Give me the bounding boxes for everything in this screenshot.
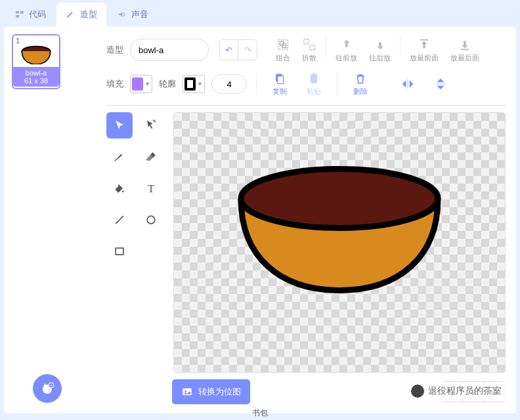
divider xyxy=(106,105,506,106)
eraser-tool[interactable] xyxy=(138,144,164,170)
costume-caption: bowl-a 61 x 38 xyxy=(13,67,59,87)
text-tool[interactable]: T xyxy=(138,175,164,201)
outline-label: 轮廓 xyxy=(159,78,176,90)
svg-rect-12 xyxy=(420,39,429,40)
backpack-label[interactable]: 书包 xyxy=(252,408,268,419)
fill-color-picker[interactable]: ▼ xyxy=(130,75,152,93)
drawing-canvas[interactable] xyxy=(173,112,506,373)
stroke-width-input[interactable] xyxy=(211,74,247,94)
tab-sound[interactable]: 声音 xyxy=(108,3,158,26)
backward-label: 往后放 xyxy=(369,53,391,63)
undo-redo-group: ↶ ↷ xyxy=(219,39,257,60)
undo-button[interactable]: ↶ xyxy=(220,40,238,60)
svg-rect-11 xyxy=(310,45,314,49)
delete-button[interactable]: 删除 xyxy=(347,71,374,98)
separator xyxy=(326,35,326,57)
tab-code-label: 代码 xyxy=(29,9,46,20)
costume-name-label: 造型 xyxy=(106,44,123,56)
svg-text:T: T xyxy=(148,182,154,195)
backward-icon xyxy=(373,37,387,52)
paste-icon xyxy=(307,72,320,85)
outline-color-picker[interactable]: ▼ xyxy=(183,75,205,93)
svg-line-21 xyxy=(116,216,123,224)
outline-color-box xyxy=(184,77,196,91)
costume-number: 1 xyxy=(16,37,20,45)
main-panel: 1 bowl-a 61 x 38 + 造型 ↶ ↷ 组合 拆散 往前放 往后放 xyxy=(4,26,516,413)
separator xyxy=(400,35,401,57)
copy-button[interactable]: 复制 xyxy=(266,71,293,98)
tab-costume-label: 造型 xyxy=(80,9,97,20)
trash-icon xyxy=(354,72,367,85)
front-label: 放最前面 xyxy=(410,53,439,63)
costume-thumbnail xyxy=(20,45,53,64)
tab-costume[interactable]: 造型 xyxy=(56,3,106,26)
forward-label: 往前放 xyxy=(336,53,357,63)
svg-rect-0 xyxy=(16,11,19,14)
svg-point-24 xyxy=(241,169,438,228)
separator xyxy=(256,73,257,95)
line-tool[interactable] xyxy=(106,207,133,233)
costume-name-input[interactable] xyxy=(130,39,209,61)
forward-button[interactable]: 往前放 xyxy=(330,35,362,66)
watermark: 退役程序员的茶室 xyxy=(406,382,507,400)
backward-button[interactable]: 往后放 xyxy=(364,35,396,66)
workspace: T xyxy=(106,112,506,373)
front-button[interactable]: 放最前面 xyxy=(404,35,444,66)
svg-rect-8 xyxy=(280,41,284,45)
wechat-icon xyxy=(411,385,424,398)
ungroup-button[interactable]: 拆散 xyxy=(297,35,322,66)
costume-name: bowl-a xyxy=(13,69,59,77)
front-icon xyxy=(417,37,431,52)
delete-label: 删除 xyxy=(353,87,368,96)
svg-rect-9 xyxy=(282,44,286,48)
convert-label: 转换为位图 xyxy=(198,386,241,398)
svg-text:+: + xyxy=(50,383,53,388)
brush-tool[interactable] xyxy=(106,144,133,170)
back-label: 放最后面 xyxy=(450,53,479,63)
tab-sound-label: 声音 xyxy=(131,9,148,20)
bowl-artwork xyxy=(228,159,451,303)
svg-rect-17 xyxy=(313,73,316,75)
costume-size: 61 x 38 xyxy=(13,77,59,85)
editor-tabs: 代码 造型 声音 xyxy=(0,0,520,26)
convert-to-bitmap-button[interactable]: 转换为位图 xyxy=(172,379,250,404)
svg-rect-13 xyxy=(461,49,469,50)
paste-label: 粘贴 xyxy=(307,87,321,96)
bitmap-icon xyxy=(181,386,193,398)
costume-list-item[interactable]: 1 bowl-a 61 x 38 xyxy=(12,34,60,89)
back-button[interactable]: 放最后面 xyxy=(445,35,485,66)
rectangle-tool[interactable] xyxy=(106,238,133,264)
redo-button[interactable]: ↷ xyxy=(238,40,257,60)
sound-icon xyxy=(117,9,127,20)
fill-label: 填充 xyxy=(106,78,123,90)
forward-icon xyxy=(339,37,354,52)
paste-button[interactable]: 粘贴 xyxy=(300,71,328,98)
costume-sidebar: 1 bowl-a 61 x 38 + xyxy=(4,26,96,413)
select-tool[interactable] xyxy=(106,112,133,138)
svg-rect-15 xyxy=(278,75,284,83)
costume-editor: 造型 ↶ ↷ 组合 拆散 往前放 往后放 放最前面 放最后面 填充 ▼ 轮廓 ▼ xyxy=(96,26,516,413)
copy-label: 复制 xyxy=(272,87,287,96)
chevron-down-icon: ▼ xyxy=(197,81,203,87)
svg-rect-18 xyxy=(407,79,408,89)
drawing-tools: T xyxy=(106,112,164,373)
fill-tool[interactable] xyxy=(106,175,133,201)
circle-tool[interactable] xyxy=(138,207,164,233)
add-costume-button[interactable]: + xyxy=(33,374,62,403)
copy-icon xyxy=(273,72,286,85)
back-icon xyxy=(458,37,472,52)
watermark-text: 退役程序员的茶室 xyxy=(428,385,502,397)
ungroup-icon xyxy=(302,37,316,52)
code-icon xyxy=(14,9,25,20)
editor-top-row: 造型 ↶ ↷ 组合 拆散 往前放 往后放 放最前面 放最后面 xyxy=(106,35,506,64)
tab-code[interactable]: 代码 xyxy=(5,3,55,26)
flip-vertical-icon[interactable] xyxy=(433,77,448,91)
group-button[interactable]: 组合 xyxy=(271,35,295,66)
svg-rect-16 xyxy=(311,74,317,83)
chevron-down-icon: ▼ xyxy=(144,81,150,87)
cat-icon: + xyxy=(39,381,55,396)
reshape-tool[interactable] xyxy=(138,112,164,138)
svg-rect-19 xyxy=(436,83,446,85)
flip-horizontal-icon[interactable] xyxy=(401,77,415,91)
svg-point-22 xyxy=(147,216,155,224)
